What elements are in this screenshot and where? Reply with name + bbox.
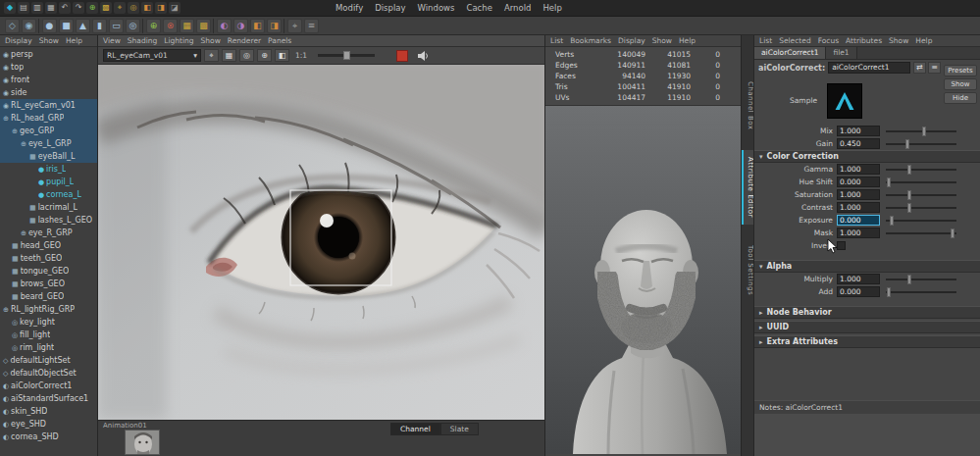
separate-icon[interactable]: ⊗ [163,19,178,33]
material-icon[interactable]: ◐ [217,19,232,33]
slider-handle[interactable] [887,287,891,297]
menu-item[interactable]: Display [369,0,411,17]
node-name-field[interactable]: aiColorCorrect1 [828,62,910,74]
midpanel-menu-item[interactable]: List [550,35,563,47]
curve-tool-icon[interactable]: ◇ [5,19,20,33]
sidebar-vertical-tab[interactable]: Attribute Editor [742,150,754,225]
slider-handle[interactable] [951,228,954,238]
outliner-item[interactable]: ◐ cornea_SHD [0,431,97,443]
ae-node-tab[interactable]: file1 [826,47,856,59]
ae-menu-item[interactable]: Show [889,35,908,47]
model-viewport[interactable] [545,106,741,454]
ae-menu-item[interactable]: Focus [818,35,839,47]
table-row[interactable]: Verts 140049 41015 0 [545,49,741,60]
attribute-value-field[interactable]: 0.000 [837,215,880,226]
attribute-slider[interactable] [886,220,956,222]
midpanel-menu-item[interactable]: Help [679,35,696,47]
section-color-correction[interactable]: ▾ Color Correction [754,150,980,163]
invert-checkbox[interactable] [837,241,846,250]
ae-menu-item[interactable]: Attributes [846,35,882,47]
maya-logo-icon[interactable]: ◆ [4,2,16,14]
poly-sphere-icon[interactable]: ● [42,19,57,33]
attribute-value-field[interactable]: 1.000 [837,228,880,238]
lighting-toggle-icon[interactable]: ◎ [239,49,254,62]
new-scene-icon[interactable]: ▤ [18,2,29,14]
viewport-menu-item[interactable]: Renderer [228,35,261,47]
table-row[interactable]: Faces 94140 11930 0 [545,71,741,81]
sidebar-vertical-tab[interactable]: Channel Box [742,75,754,136]
midpanel-menu-item[interactable]: Display [618,35,645,47]
image-canvas[interactable] [98,65,544,420]
multicut-icon[interactable]: ▦ [180,19,194,33]
sidebar-vertical-tab[interactable]: Tool Settings [742,238,754,302]
attribute-value-field[interactable]: 1.000 [837,164,880,175]
midpanel-menu-item[interactable]: Bookmarks [570,35,611,47]
outliner-item[interactable]: ⊕ RL_lightRig_GRP [0,303,97,316]
attribute-slider[interactable] [886,194,956,196]
outliner-item[interactable]: ◉ RL_eyeCam_v01 [0,99,97,112]
separator[interactable] [213,19,215,33]
viewport-menu-item[interactable]: Lighting [164,35,193,47]
aim-icon[interactable]: ⌖ [287,19,302,33]
slider-handle[interactable] [907,203,911,213]
poly-torus-icon[interactable]: ◎ [126,19,140,33]
render-settings-icon[interactable]: ◪ [169,2,181,14]
quad-draw-icon[interactable]: ▩ [196,19,211,33]
menu-item[interactable]: Modify [330,0,369,17]
outliner-item[interactable]: ▦ lacrimal_L [0,201,97,214]
center-pivot-icon[interactable]: ⌖ [204,49,219,62]
undo-icon[interactable]: ↶ [59,2,71,14]
poly-cone-icon[interactable]: ▲ [76,19,90,33]
attribute-slider[interactable] [886,279,956,280]
outliner-item[interactable]: ● iris_L [0,163,97,176]
ipr-render-icon[interactable]: ◨ [155,2,167,14]
viewport-menu-item[interactable]: Panels [268,35,291,47]
preset-button[interactable]: Presets [944,65,977,76]
outliner-item[interactable]: ◐ aiStandardSurface1 [0,392,97,405]
options-icon[interactable]: ≡ [304,19,319,33]
table-row[interactable]: UVs 104417 11910 0 [545,92,741,103]
viewport-menu-item[interactable]: View [103,35,121,47]
snap-toggle-icon[interactable]: ⊕ [257,49,272,62]
table-row[interactable]: Edges 140911 41081 0 [545,60,741,71]
outliner-item[interactable]: ▦ eyeBall_L [0,150,97,163]
poly-plane-icon[interactable]: ▭ [109,19,124,33]
collapsed-section-bar[interactable]: ▸ UUID [754,321,980,333]
ae-menu-item[interactable]: Selected [779,35,811,47]
outliner-item[interactable]: ▦ lashes_L_GEO [0,214,97,227]
slider-handle[interactable] [887,177,891,187]
camera-select[interactable]: RL_eyeCam_v01 ▾ [103,49,201,62]
midpanel-menu-item[interactable]: Show [652,35,672,47]
outliner-item[interactable]: ▦ head_GEO [0,239,97,252]
outliner-menu-item[interactable]: Show [39,35,59,47]
poly-cylinder-icon[interactable]: ▮ [92,19,107,33]
attribute-slider[interactable] [886,291,956,293]
ae-node-tab[interactable]: aiColorCorrect1 [754,47,826,59]
attribute-slider[interactable] [886,130,956,132]
notes-field[interactable] [754,414,980,456]
exposure-slider[interactable] [318,54,375,57]
menu-item[interactable]: Help [537,0,567,17]
preset-button[interactable]: Show [944,78,977,90]
outliner-item[interactable]: ◐ eye_SHD [0,418,97,431]
outliner-item[interactable]: ▦ tongue_GEO [0,265,97,278]
slider-handle[interactable] [907,275,911,284]
outliner-item[interactable]: ▦ brows_GEO [0,278,97,290]
outliner-item[interactable]: ◎ fill_light [0,329,97,341]
attribute-value-field[interactable]: 1.000 [837,274,880,284]
outliner-item[interactable]: ◎ key_light [0,316,97,329]
attribute-value-field[interactable]: 1.000 [837,202,880,213]
ipr-icon[interactable]: ◨ [267,19,282,33]
menu-item[interactable]: Arnold [498,0,538,17]
separator[interactable] [142,19,144,33]
outliner-menu-item[interactable]: Display [5,35,32,47]
select-mask-icon[interactable]: ⊕ [86,2,98,14]
viewport-menu-item[interactable]: Shading [128,35,157,47]
speaker-icon[interactable] [417,51,429,61]
record-button[interactable] [396,50,408,62]
outliner-item[interactable]: ◐ aiColorCorrect1 [0,380,97,392]
output-connections-icon[interactable]: ≡ [928,62,941,74]
save-scene-icon[interactable]: ▦ [45,2,57,14]
collapsed-section-bar[interactable]: ▸ Extra Attributes [754,335,980,348]
section-alpha[interactable]: ▾ Alpha [754,260,980,273]
